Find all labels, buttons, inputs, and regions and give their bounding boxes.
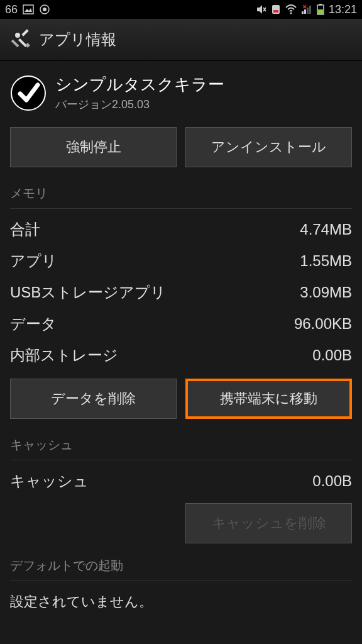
cache-row: キャッシュ 0.00B (10, 465, 352, 497)
cache-value: 0.00B (312, 472, 352, 490)
status-bar: 66 ✕ 13:21 (0, 0, 362, 19)
memory-internal-value: 0.00B (312, 347, 352, 364)
memory-usb-label: USBストレージアプリ (10, 282, 166, 303)
memory-app-label: アプリ (10, 251, 57, 271)
memory-app-value: 1.55MB (300, 252, 352, 270)
move-to-phone-button[interactable]: 携帯端末に移動 (185, 379, 352, 419)
cache-label: キャッシュ (10, 471, 89, 491)
cache-section: キャッシュ キャッシュ 0.00B キャッシュを削除 (10, 431, 352, 543)
svg-rect-16 (319, 4, 322, 5)
uninstall-button[interactable]: アンインストール (185, 127, 352, 167)
app-status-icon (39, 4, 50, 15)
image-icon (23, 4, 34, 15)
svg-rect-19 (21, 29, 28, 36)
memory-total-value: 4.74MB (300, 221, 352, 238)
svg-rect-18 (11, 40, 19, 48)
default-section: デフォルトでの起動 設定されていません。 (10, 552, 352, 618)
force-stop-button[interactable]: 強制停止 (10, 127, 177, 167)
memory-section: メモリ 合計 4.74MB アプリ 1.55MB USBストレージアプリ 3.0… (10, 180, 352, 419)
memory-total-row: 合計 4.74MB (10, 214, 352, 245)
memory-usb-value: 3.09MB (300, 284, 352, 301)
battery-icon (316, 3, 325, 16)
settings-icon (10, 28, 31, 52)
svg-rect-17 (318, 9, 323, 14)
svg-rect-13 (309, 6, 311, 14)
svg-marker-4 (257, 5, 262, 14)
clear-data-button[interactable]: データを削除 (10, 379, 177, 419)
svg-rect-0 (23, 5, 33, 14)
svg-point-9 (290, 13, 292, 14)
signal-icon: ✕ (301, 4, 312, 15)
status-right: ✕ 13:21 (256, 3, 357, 16)
status-time: 13:21 (329, 3, 357, 16)
memory-total-label: 合計 (10, 219, 40, 240)
svg-text:✕: ✕ (302, 4, 307, 10)
cache-buttons: キャッシュを削除 (10, 503, 352, 543)
header: アプリ情報 (0, 19, 362, 61)
memory-buttons: データを削除 携帯端末に移動 (10, 379, 352, 419)
app-name: シンプルタスクキラー (55, 74, 224, 96)
memory-data-value: 96.00KB (294, 315, 352, 333)
svg-point-3 (43, 8, 47, 11)
svg-marker-1 (25, 8, 32, 12)
app-info: シンプルタスクキラー バージョン2.05.03 (10, 71, 352, 114)
status-left: 66 (5, 3, 50, 16)
svg-rect-10 (302, 11, 304, 14)
svg-rect-11 (304, 9, 306, 14)
default-text: 設定されていません。 (10, 586, 352, 618)
memory-data-row: データ 96.00KB (10, 308, 352, 340)
memory-internal-row: 内部ストレージ 0.00B (10, 340, 352, 371)
default-section-title: デフォルトでの起動 (10, 552, 352, 581)
memory-usb-row: USBストレージアプリ 3.09MB (10, 277, 352, 308)
clear-cache-button: キャッシュを削除 (185, 503, 352, 543)
mute-icon (256, 4, 267, 15)
app-version: バージョン2.05.03 (55, 97, 224, 112)
svg-rect-8 (273, 10, 278, 13)
app-text: シンプルタスクキラー バージョン2.05.03 (55, 74, 224, 112)
cache-section-title: キャッシュ (10, 431, 352, 460)
svg-point-20 (15, 33, 20, 38)
memory-app-row: アプリ 1.55MB (10, 245, 352, 277)
wifi-icon (285, 4, 297, 15)
page-title: アプリ情報 (39, 30, 116, 50)
memory-internal-label: 内部ストレージ (10, 345, 118, 365)
content: シンプルタスクキラー バージョン2.05.03 強制停止 アンインストール メモ… (0, 61, 362, 636)
memory-data-label: データ (10, 314, 57, 334)
sim-icon (271, 4, 281, 15)
app-icon (10, 75, 47, 111)
svg-point-22 (11, 76, 45, 110)
action-buttons: 強制停止 アンインストール (10, 127, 352, 167)
memory-section-title: メモリ (10, 180, 352, 209)
status-number: 66 (5, 3, 18, 16)
